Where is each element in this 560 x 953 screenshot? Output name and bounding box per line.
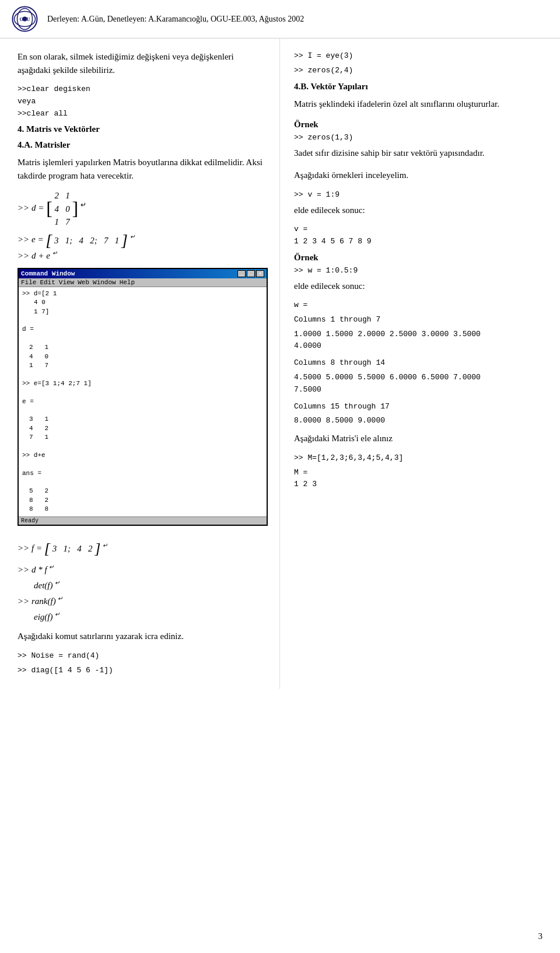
ornek2-label: Örnek: [294, 253, 548, 263]
elde2-text: elde edilecek sonuc:: [294, 280, 548, 293]
zeros24: >> zeros(2,4): [294, 65, 548, 77]
vektor-text: Matris şeklindeki ifadelerin özel alt sı…: [294, 97, 548, 111]
page-number: 3: [538, 931, 543, 941]
asagidaki-text: Aşağıdaki komut satırlarını yazarak icra…: [18, 630, 268, 643]
v-vals: 1 2 3 4 5 6 7 8 9: [294, 236, 548, 248]
asagidaki3-text: Aşağıdaki Matris'i ele alınız: [294, 432, 548, 445]
d-command-block: >> d = [ 2 1 4 0 1 7 ] ↵: [18, 189, 268, 229]
elde1-text: elde edilecek sonuc:: [294, 204, 548, 217]
cmd-titlebar: Command Window _ □ ✕: [19, 269, 267, 278]
M-eq: M =: [294, 467, 548, 479]
menu-window[interactable]: Window: [93, 279, 116, 286]
w-eq: w =: [294, 299, 548, 312]
v19-cmd: >> v = 1:9: [294, 189, 548, 201]
v-eq: v =: [294, 224, 548, 236]
menu-web[interactable]: Web: [78, 279, 89, 286]
cmd-buttons: _ □ ✕: [237, 270, 264, 277]
svg-text:OGU: OGU: [19, 17, 30, 22]
header: OGU Derleyen: A.Gün, Denetleyen: A.Karam…: [0, 0, 560, 39]
command-window: Command Window _ □ ✕ File Edit View Web …: [18, 268, 268, 526]
content-area: En son olarak, silmek istediğimiz değişk…: [0, 39, 560, 689]
menu-file[interactable]: File: [21, 279, 36, 286]
veya-text: veya: [18, 96, 268, 108]
cmd-body: >> d=[2 1 4 0 1 7] d = 2 1 4 0 1 7 >> e=…: [19, 287, 267, 516]
cmd-menubar: File Edit View Web Window Help: [19, 278, 267, 287]
zeros-desc: 3adet sıfır dizisine sahip bir satır vek…: [294, 146, 548, 160]
section4b-title: 4.B. Vektör Yapıları: [294, 82, 548, 92]
menu-help[interactable]: Help: [120, 279, 135, 286]
ornek1-label: Örnek: [294, 120, 548, 130]
row1-vals: 1.0000 1.5000 2.0000 2.5000 3.0000 3.500…: [294, 329, 548, 341]
header-title: Derleyen: A.Gün, Denetleyen: A.Karamancı…: [47, 15, 304, 24]
diag-command: >> diag([1 4 5 6 -1]): [18, 665, 268, 677]
right-column: >> I = eye(3) >> zeros(2,4) 4.B. Vektör …: [280, 39, 560, 689]
cmd-title: Command Window: [21, 270, 75, 277]
noise-command: >> Noise = rand(4): [18, 650, 268, 662]
M-cmd: >> M=[1,2,3;6,3,4;5,4,3]: [294, 452, 548, 465]
left-column: En son olarak, silmek istediğimiz değişk…: [0, 39, 280, 689]
clear-all: >>clear all: [18, 108, 268, 120]
cmd-status: Ready: [19, 516, 267, 525]
page: OGU Derleyen: A.Gün, Denetleyen: A.Karam…: [0, 0, 560, 953]
asagidaki2-text: Aşağıdaki örnekleri inceleyelim.: [294, 169, 548, 182]
intro-text: En son olarak, silmek istediğimiz değişk…: [18, 50, 268, 76]
section4-title: 4. Matris ve Vektörler: [18, 124, 268, 134]
minimize-btn[interactable]: _: [237, 270, 246, 277]
cols1-7: Columns 1 through 7: [294, 314, 548, 326]
close-btn[interactable]: ✕: [256, 270, 264, 277]
clear-degisken: >>clear degisken: [18, 83, 268, 96]
maximize-btn[interactable]: □: [247, 270, 255, 277]
section4a-title: 4.A. Matrisler: [18, 140, 268, 150]
M-row1: 1 2 3: [294, 479, 548, 491]
row2-vals: 4.5000 5.0000 5.5000 6.0000 6.5000 7.000…: [294, 372, 548, 384]
w-cmd: >> w = 1:0.5:9: [294, 265, 548, 277]
menu-edit[interactable]: Edit: [40, 279, 55, 286]
de-command: >> d + e ↵: [18, 250, 268, 261]
menu-view[interactable]: View: [59, 279, 74, 286]
logo: OGU: [12, 6, 38, 32]
zeros13-cmd: >> zeros(1,3): [294, 132, 548, 144]
matris-text: Matris işlemleri yapılırken Matris boyut…: [18, 156, 268, 182]
cols15-17: Columns 15 through 17: [294, 401, 548, 413]
row2b-vals: 7.5000: [294, 384, 548, 396]
cols8-14: Columns 8 through 14: [294, 357, 548, 369]
e-command: >> e = [ 3 1; 4 2; 7 1 ] ↵: [18, 231, 268, 250]
i-eye: >> I = eye(3): [294, 50, 548, 62]
row1b-vals: 4.0000: [294, 340, 548, 352]
row3-vals: 8.0000 8.5000 9.0000: [294, 415, 548, 427]
f-command-block: >> f = [ 3 1; 4 2 ] ↵ >> d * f ↵ det(f) …: [18, 535, 268, 626]
